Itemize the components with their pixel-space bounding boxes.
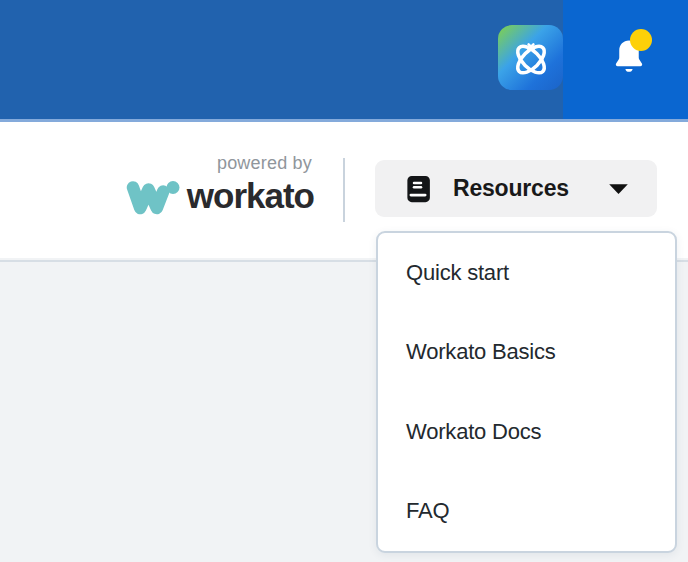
resources-dropdown-menu: Quick start Workato Basics Workato Docs … [376, 231, 677, 553]
workato-embedded-app-icon [508, 35, 554, 81]
workato-logo-mark-icon [125, 176, 181, 216]
book-icon [403, 174, 433, 204]
menu-item-workato-basics[interactable]: Workato Basics [378, 313, 675, 393]
menu-item-quick-start[interactable]: Quick start [378, 233, 675, 313]
resources-dropdown-button[interactable]: Resources [375, 160, 657, 217]
notifications-button[interactable] [606, 33, 654, 81]
powered-by-label: powered by [217, 152, 312, 174]
top-nav-bar [0, 0, 688, 119]
embedded-nav-region [0, 0, 563, 119]
caret-down-icon [608, 183, 629, 195]
resources-button-label: Resources [453, 175, 569, 202]
app-launcher-button[interactable] [498, 25, 563, 90]
header-divider [343, 158, 345, 222]
workato-wordmark: workato [187, 177, 314, 215]
menu-item-faq[interactable]: FAQ [378, 472, 675, 552]
notification-badge-dot [630, 29, 652, 51]
menu-item-workato-docs[interactable]: Workato Docs [378, 392, 675, 472]
powered-by-workato-logo: powered by workato [103, 152, 314, 216]
